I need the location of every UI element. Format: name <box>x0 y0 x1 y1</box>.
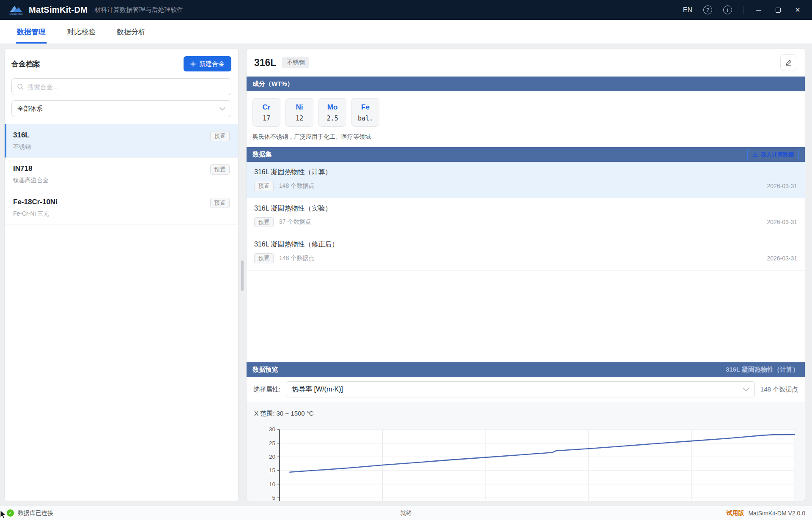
chevron-down-icon <box>219 107 225 111</box>
dataset-meta: 预置 148 个数据点 <box>254 181 332 191</box>
dataset-points: 37 个数据点 <box>279 218 311 226</box>
alloy-item-in718[interactable]: IN718 镍基高温合金 预置 <box>5 158 238 191</box>
element-chip-cr: Cr 17 <box>252 98 280 127</box>
x-range-label: X 范围: 30 ~ 1500 °C <box>254 410 798 418</box>
titlebar-divider <box>743 6 743 14</box>
db-status-label: 数据库已连接 <box>18 509 53 517</box>
dataset-date: 2026-03-31 <box>767 183 797 191</box>
import-dataset-button[interactable]: 导入计算数据 <box>747 149 799 160</box>
dataset-item-main: 316L 凝固热物性（实验） 预置 37 个数据点 <box>254 204 332 227</box>
import-button-label: 导入计算数据 <box>761 151 794 159</box>
info-icon[interactable]: i <box>723 5 732 14</box>
chart-wrap: 05101520253003006009001,2001,500Temperat… <box>253 424 798 500</box>
app-subtitle: 材料计算数据管理与后处理软件 <box>94 6 183 14</box>
preset-badge: 预置 <box>210 131 230 141</box>
edit-pencil-icon <box>785 59 793 66</box>
db-connection-status: ✓ 数据库已连接 <box>7 509 273 517</box>
alloy-detail-panel: 316L 不锈钢 成分（WT%） Cr 17 <box>246 48 805 501</box>
version-info: 试用版 MatSimKit-DM V2.0.0 <box>539 509 805 517</box>
alloy-title: 316L <box>254 57 276 68</box>
dataset-meta: 预置 148 个数据点 <box>254 253 338 263</box>
version-label: MatSimKit-DM V2.0.0 <box>748 510 805 517</box>
alloy-item-fe18cr10ni[interactable]: Fe-18Cr-10Ni Fe-Cr-Ni 三元 预置 <box>5 191 238 224</box>
tab-label: 数据分析 <box>117 27 145 37</box>
preset-badge: 预置 <box>254 217 274 227</box>
close-button[interactable]: ✕ <box>793 6 802 14</box>
detail-header: 316L 不锈钢 <box>247 49 805 77</box>
alloy-item-316l[interactable]: 316L 不锈钢 预置 <box>5 124 238 158</box>
maximize-button[interactable] <box>774 6 782 14</box>
ready-status: 就绪 <box>273 509 539 517</box>
composition-body: Cr 17 Ni 12 Mo 2.5 Fe bal. <box>247 91 805 127</box>
preview-chart: 05101520253003006009001,2001,500Temperat… <box>253 424 798 501</box>
dataset-name: 316L 凝固热物性（实验） <box>254 204 332 213</box>
alloy-description: 奥氏体不锈钢，广泛应用于化工、医疗等领域 <box>247 127 805 147</box>
plus-icon <box>190 61 196 67</box>
tab-comparison-check[interactable]: 对比校验 <box>66 20 97 44</box>
dataset-item-main: 316L 凝固热物性（计算） 预置 148 个数据点 <box>254 168 332 191</box>
dataset-points: 148 个数据点 <box>279 182 314 190</box>
property-row: 选择属性: 热导率 [W/(m·K)] 148 个数据点 <box>247 377 805 402</box>
scrollbar-thumb[interactable] <box>241 260 244 291</box>
mountain-logo-icon <box>9 5 23 12</box>
preview-dataset-label: 316L 凝固热物性（计算） <box>726 366 799 374</box>
alloy-panel-header: 合金档案 新建合金 <box>5 49 238 77</box>
svg-text:20: 20 <box>269 454 275 460</box>
tab-data-analysis[interactable]: 数据分析 <box>115 20 147 44</box>
main-tabbar: 数据管理 对比校验 数据分析 <box>0 20 812 44</box>
svg-text:15: 15 <box>269 468 275 474</box>
new-alloy-button[interactable]: 新建合金 <box>184 56 231 71</box>
svg-text:30: 30 <box>269 427 275 433</box>
dataset-date: 2026-03-31 <box>767 255 797 263</box>
alloy-name: 316L <box>13 131 31 140</box>
datasets-header-label: 数据集 <box>252 151 272 159</box>
system-filter-select[interactable]: 全部体系 <box>11 100 231 117</box>
search-input[interactable] <box>27 83 226 90</box>
titlebar-controls: EN ? i ─ ✕ <box>683 5 802 14</box>
dataset-name: 316L 凝固热物性（修正后） <box>254 240 338 249</box>
alloy-search-box <box>11 78 231 95</box>
element-value: bal. <box>352 115 379 122</box>
dataset-meta: 预置 37 个数据点 <box>254 217 332 227</box>
element-symbol: Mo <box>319 103 346 112</box>
svg-text:25: 25 <box>269 440 275 446</box>
dataset-item-experimental[interactable]: 316L 凝固热物性（实验） 预置 37 个数据点 2026-03-31 <box>247 198 805 235</box>
tab-data-management[interactable]: 数据管理 <box>16 20 47 44</box>
composition-header-label: 成分（WT%） <box>252 80 294 88</box>
tab-label: 对比校验 <box>67 27 96 37</box>
system-filter-value: 全部体系 <box>17 105 43 113</box>
alloy-item-text: Fe-18Cr-10Ni Fe-Cr-Ni 三元 <box>13 198 58 218</box>
property-label: 选择属性: <box>253 386 280 394</box>
element-symbol: Ni <box>286 103 313 112</box>
alloy-name: IN718 <box>13 164 49 173</box>
search-icon <box>17 83 24 90</box>
svg-text:10: 10 <box>269 481 275 487</box>
element-value: 17 <box>253 115 280 122</box>
app-logo: MatSimKit <box>8 5 25 15</box>
alloy-type-badge: 不锈钢 <box>282 57 309 68</box>
new-alloy-label: 新建合金 <box>199 60 225 68</box>
svg-text:5: 5 <box>272 495 275 501</box>
dataset-item-corrected[interactable]: 316L 凝固热物性（修正后） 预置 148 个数据点 2026-03-31 <box>247 234 805 271</box>
titlebar: MatSimKit MatSimKit-DM 材料计算数据管理与后处理软件 EN… <box>0 0 812 20</box>
chevron-down-icon <box>743 388 749 391</box>
minimize-button[interactable]: ─ <box>754 6 763 14</box>
app-window: MatSimKit MatSimKit-DM 材料计算数据管理与后处理软件 EN… <box>0 0 812 520</box>
dataset-points: 148 个数据点 <box>279 255 314 262</box>
element-symbol: Cr <box>253 103 280 112</box>
dataset-item-main: 316L 凝固热物性（修正后） 预置 148 个数据点 <box>254 240 338 263</box>
edit-alloy-button[interactable] <box>780 54 797 71</box>
property-select[interactable]: 热导率 [W/(m·K)] <box>286 381 755 397</box>
element-chip-fe: Fe bal. <box>351 98 379 127</box>
element-value: 12 <box>286 115 313 122</box>
help-icon[interactable]: ? <box>703 5 712 14</box>
composition-section-header: 成分（WT%） <box>247 77 805 91</box>
maximize-icon <box>776 8 781 13</box>
titlebar-branding: MatSimKit MatSimKit-DM 材料计算数据管理与后处理软件 <box>8 5 183 15</box>
language-toggle-button[interactable]: EN <box>683 6 692 14</box>
dataset-item-calculated[interactable]: 316L 凝固热物性（计算） 预置 148 个数据点 2026-03-31 <box>247 162 805 198</box>
alloy-name: Fe-18Cr-10Ni <box>13 198 58 206</box>
import-icon <box>752 152 758 157</box>
check-circle-icon: ✓ <box>7 509 14 517</box>
dataset-list-spacer <box>247 271 805 363</box>
